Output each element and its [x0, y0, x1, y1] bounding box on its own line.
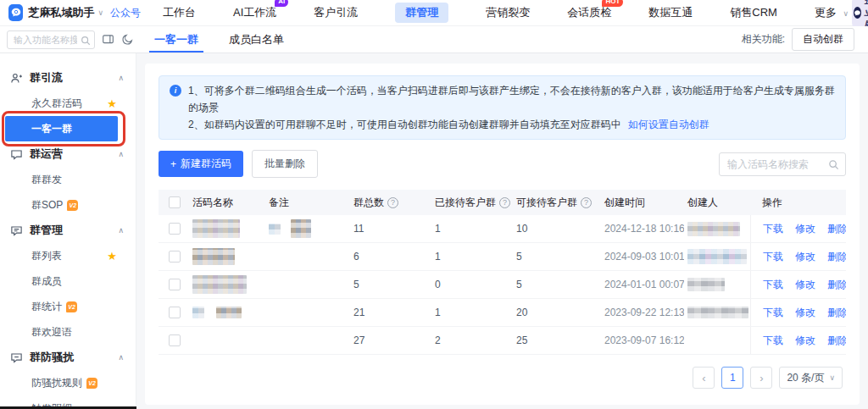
banner-line1: 1、可将多个群二维码组合生成一个活码，当客户扫码进群后即与该群产生绑定，不会在接… — [188, 82, 835, 116]
main-content: i 1、可将多个群二维码组合生成一个活码，当客户扫码进群后即与该群产生绑定，不会… — [136, 53, 868, 409]
download-link[interactable]: 下载 — [763, 222, 783, 236]
row-checkbox[interactable] — [169, 223, 181, 235]
nav-item-ai-workflow[interactable]: AI工作流AI — [233, 5, 276, 20]
download-link[interactable]: 下载 — [763, 334, 783, 348]
banner-line2: 2、如群码内设置的可用群聊不足时，可使用自动创群功能自动创建群聊并自动填充至对应… — [188, 116, 835, 133]
how-to-setup-link[interactable]: 如何设置自动创群 — [628, 119, 709, 130]
pagination: ‹ 1 › 20 条/页 ∨ — [159, 367, 846, 389]
redacted-creator — [687, 249, 747, 264]
nav-item-marketing-fission[interactable]: 营销裂变 — [486, 5, 530, 20]
v2-badge-icon: V2 — [66, 301, 77, 312]
redacted-creator — [687, 307, 748, 318]
edit-link[interactable]: 修改 — [795, 250, 815, 264]
group-code-table: 活码名称 备注 群总数? 已接待客户群? 可接待客户群? 创建时间 创建人 操作 — [159, 190, 846, 355]
info-icon: i — [170, 85, 181, 97]
delete-link[interactable]: 删除 — [827, 334, 846, 348]
table-row: 11 1 10 2024-12-18 10:16 下载 修改 删除 — [159, 215, 846, 243]
page-size-select[interactable]: 20 条/页 ∨ — [779, 367, 843, 389]
select-all-checkbox[interactable] — [169, 196, 181, 208]
nav-item-data-exchange[interactable]: 数据互通 — [648, 5, 693, 20]
sub-header: 一客一群 成员白名单 相关功能: 自动创群 — [0, 26, 868, 53]
nav-item-more[interactable]: 更多 ∨ — [815, 5, 852, 20]
sidebar-item-group-statistics[interactable]: 群统计 V2 — [0, 294, 136, 319]
sidebar-section-group-operation[interactable]: 群运营 ∧ — [0, 141, 136, 167]
table-row: 5 0 5 2024-01-01 00:07 下载 修改 删除 — [159, 271, 846, 299]
delete-link[interactable]: 删除 — [827, 278, 846, 292]
nav-item-customer-acquisition[interactable]: 客户引流 — [314, 5, 358, 20]
sidebar-item-permanent-group-code[interactable]: 永久群活码 ★ — [0, 91, 136, 116]
delete-link[interactable]: 删除 — [827, 306, 846, 320]
edit-link[interactable]: 修改 — [795, 278, 815, 292]
hot-badge: HOT — [602, 0, 623, 7]
create-group-code-button[interactable]: + 新建群活码 — [159, 151, 243, 177]
subbar-right: 相关功能: 自动创群 — [742, 26, 868, 53]
next-page-button[interactable]: › — [750, 367, 772, 389]
page-tabs: 一客一群 成员白名单 — [154, 26, 284, 53]
edit-link[interactable]: 修改 — [795, 222, 815, 236]
sidebar-section-anti-harassment[interactable]: 群防骚扰 ∧ — [0, 345, 136, 370]
user-plus-icon — [10, 72, 23, 85]
nav-item-chat-inspection[interactable]: 会话质检HOT — [567, 5, 611, 20]
tab-member-whitelist[interactable]: 成员白名单 — [229, 26, 284, 53]
current-page-button[interactable]: 1 — [721, 367, 743, 389]
brand-chevron-down-icon[interactable]: ∨ — [97, 8, 103, 17]
chat-bubble-icon — [10, 148, 23, 161]
sidebar-item-group-list[interactable]: 群列表 ★ — [0, 243, 136, 268]
sidebar-item-anti-harassment-rules[interactable]: 防骚扰规则 V2 — [0, 370, 136, 395]
auto-create-group-button[interactable]: 自动创群 — [792, 28, 854, 51]
delete-link[interactable]: 删除 — [827, 222, 846, 236]
star-icon[interactable]: ★ — [107, 250, 117, 263]
panel-toggle-icon[interactable] — [102, 33, 114, 46]
brand-tag-link[interactable]: 公众号 — [110, 6, 141, 20]
content-card: i 1、可将多个群二维码组合生成一个活码，当客户扫码进群后即与该群产生绑定，不会… — [145, 64, 860, 405]
sidebar-section-group-acquisition[interactable]: 群引流 ∧ — [0, 65, 136, 91]
download-link[interactable]: 下载 — [763, 250, 783, 264]
collapse-chevron-up-icon[interactable]: ∧ — [118, 226, 124, 235]
col-received-groups: 已接待客户群? — [431, 196, 513, 210]
chevron-down-icon: ∨ — [829, 373, 835, 382]
tab-one-customer-one-group[interactable]: 一客一群 — [154, 26, 198, 53]
nav-item-sales-crm[interactable]: 销售CRM — [730, 5, 777, 20]
sidebar-item-group-welcome[interactable]: 群欢迎语 — [0, 319, 136, 345]
brand-name: 芝麻私域助手 — [28, 5, 94, 20]
code-search-input[interactable] — [719, 152, 846, 176]
star-icon[interactable]: ★ — [107, 97, 117, 110]
more-chevron-down-icon: ∨ — [843, 9, 849, 18]
search-icon — [828, 158, 839, 174]
help-icon[interactable]: ? — [581, 197, 592, 208]
edit-link[interactable]: 修改 — [795, 306, 815, 320]
download-link[interactable]: 下载 — [763, 278, 783, 292]
row-checkbox[interactable] — [169, 334, 181, 346]
help-icon[interactable]: ? — [387, 197, 398, 208]
redacted-code-name — [192, 275, 247, 294]
batch-delete-button[interactable]: 批量删除 — [252, 150, 318, 178]
help-icon[interactable]: ? — [499, 197, 510, 208]
nav-item-workbench[interactable]: 工作台 — [163, 5, 196, 20]
sidebar-item-group-sop[interactable]: 群SOP V2 — [0, 192, 136, 218]
ai-badge: AI — [275, 0, 288, 7]
collapse-chevron-up-icon[interactable]: ∧ — [118, 74, 124, 82]
sidebar-item-group-mass-send[interactable]: 群群发 — [0, 167, 136, 192]
brand-area[interactable]: 芝麻私域助手 ∨ 公众号 — [0, 4, 141, 21]
row-checkbox[interactable] — [169, 251, 181, 263]
redacted-creator — [687, 278, 725, 291]
sidebar-item-one-customer-one-group[interactable]: 一客一群 — [0, 116, 136, 141]
toolbar: + 新建群活码 批量删除 — [159, 150, 846, 178]
row-checkbox[interactable] — [169, 279, 181, 290]
collapse-chevron-up-icon[interactable]: ∧ — [118, 150, 124, 158]
edit-link[interactable]: 修改 — [795, 334, 815, 348]
download-link[interactable]: 下载 — [763, 306, 783, 320]
v2-badge-icon: V2 — [67, 200, 78, 211]
row-checkbox[interactable] — [169, 307, 181, 318]
sidebar-item-group-members[interactable]: 群成员 — [0, 268, 136, 294]
delete-link[interactable]: 删除 — [827, 250, 846, 264]
nav-item-group-management[interactable]: 群管理 — [395, 3, 448, 23]
info-banner: i 1、可将多个群二维码组合生成一个活码，当客户扫码进群后即与该群产生绑定，不会… — [159, 75, 846, 140]
dark-mode-moon-icon[interactable] — [121, 33, 134, 46]
table-row: 27 2 25 2023-09-07 16:12 下载 修改 删除 — [159, 327, 846, 355]
redacted-code-name — [192, 219, 240, 238]
collapse-chevron-up-icon[interactable]: ∧ — [118, 353, 124, 362]
prev-page-button[interactable]: ‹ — [693, 367, 715, 389]
sidebar-section-group-management[interactable]: 群管理 ∧ — [0, 218, 136, 243]
col-total-groups: 群总数? — [350, 196, 431, 210]
